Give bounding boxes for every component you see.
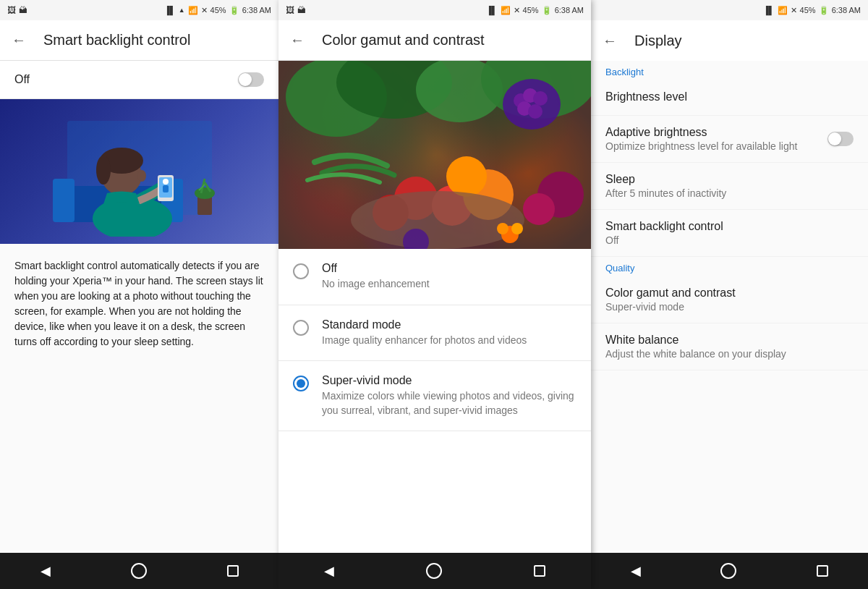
option-off-text: Off No image enhancement [322, 262, 430, 292]
battery-text-center: 45% [523, 6, 539, 14]
svg-point-17 [96, 156, 111, 185]
person-phone-svg [46, 106, 234, 237]
veggie-svg [278, 61, 591, 249]
nav-home-center[interactable] [426, 563, 442, 579]
nav-home-left[interactable] [131, 563, 147, 579]
toggle-row-backlight: Off [0, 61, 278, 99]
nav-recents-right[interactable] [817, 565, 828, 577]
nav-back-center[interactable]: ◀ [324, 563, 334, 579]
settings-color-gamut[interactable]: Color gamut and contrast Super-vivid mod… [591, 276, 868, 323]
battery-text: 45% [210, 6, 226, 14]
backlight-illustration [0, 99, 278, 244]
nav-home-right[interactable] [720, 563, 736, 579]
brightness-title: Brightness level [605, 90, 854, 103]
smart-backlight-title: Smart backlight control [605, 220, 854, 233]
page-title-display: Display [634, 33, 682, 49]
nav-recents-center[interactable] [534, 565, 545, 577]
vibrate-icon-right: ▐▌ [763, 6, 775, 14]
nav-recents-left[interactable] [227, 565, 239, 577]
svg-point-36 [523, 193, 555, 225]
settings-white-balance[interactable]: White balance Adjust the white balance o… [591, 323, 868, 370]
nav-bar-left: ◀ [0, 553, 278, 589]
panel-color-gamut: 🖼 🏔 ▐▌ 📶 ✕ 45% 🔋 6:38 AM ← Color gamut a… [278, 0, 591, 589]
svg-point-13 [163, 179, 169, 185]
svg-rect-14 [163, 185, 169, 192]
app-bar-backlight: ← Smart backlight control [0, 20, 278, 61]
mountain-icon-center: 🏔 [297, 5, 306, 15]
settings-sleep[interactable]: Sleep After 5 minutes of inactivity [591, 163, 868, 210]
photo-icon-center: 🖼 [286, 5, 294, 15]
nav-bar-right: ◀ [591, 553, 868, 589]
option-standard-text: Standard mode Image quality enhancer for… [322, 318, 527, 348]
nav-back-right[interactable]: ◀ [631, 563, 641, 579]
battery-icon-right: 🔋 [819, 6, 829, 15]
settings-scroll: Backlight Brightness level Adaptive brig… [591, 61, 868, 553]
svg-point-18 [137, 170, 146, 182]
signal-up-icon: ▲ [179, 7, 185, 14]
option-standard-title: Standard mode [322, 318, 527, 331]
wifi-icon: 📶 [188, 6, 198, 15]
white-balance-sub: Adjust the white balance on your display [605, 348, 854, 360]
radio-standard[interactable] [293, 320, 309, 336]
svg-point-39 [497, 223, 509, 234]
app-bar-display: ← Display [591, 20, 868, 61]
page-title-backlight: Smart backlight control [43, 32, 190, 48]
sleep-title: Sleep [605, 173, 854, 186]
vibrate-icon: ▐▌ [164, 6, 176, 14]
option-super-vivid[interactable]: Super-vivid mode Maximize colors while v… [278, 361, 591, 431]
battery-text-right: 45% [800, 6, 816, 14]
svg-point-34 [446, 156, 487, 197]
option-super-vivid-desc: Maximize colors while viewing photos and… [322, 389, 576, 418]
white-balance-title: White balance [605, 334, 854, 347]
back-button-center[interactable]: ← [290, 32, 305, 48]
back-button-right[interactable]: ← [603, 33, 617, 49]
toggle-label-off: Off [14, 73, 30, 86]
svg-point-6 [195, 187, 215, 199]
svg-point-40 [511, 223, 523, 234]
option-off-desc: No image enhancement [322, 277, 430, 292]
status-bar-right: ▐▌ 📶 ✕ 45% 🔋 6:38 AM [591, 0, 868, 20]
page-title-color-gamut: Color gamut and contrast [322, 32, 485, 48]
settings-smart-backlight[interactable]: Smart backlight control Off [591, 210, 868, 257]
panel-smart-backlight: 🖼 🏔 ▐▌ ▲ 📶 ✕ 45% 🔋 6:38 AM ← Smart backl… [0, 0, 278, 589]
settings-brightness[interactable]: Brightness level [591, 80, 868, 116]
svg-rect-3 [53, 179, 75, 222]
toggle-switch-backlight[interactable] [238, 72, 264, 87]
mountain-icon: 🏔 [19, 5, 27, 15]
status-bar-center: 🖼 🏔 ▐▌ 📶 ✕ 45% 🔋 6:38 AM [278, 0, 591, 20]
svg-point-24 [503, 79, 561, 130]
option-super-vivid-text: Super-vivid mode Maximize colors while v… [322, 374, 576, 418]
no-sim-icon: ✕ [201, 6, 208, 15]
photo-icon: 🖼 [7, 5, 16, 15]
radio-off[interactable] [293, 263, 309, 279]
app-bar-color-gamut: ← Color gamut and contrast [278, 20, 591, 61]
wifi-icon-right: 📶 [778, 6, 788, 15]
option-off-title: Off [322, 262, 430, 275]
smart-backlight-sub: Off [605, 234, 854, 246]
svg-point-29 [528, 104, 542, 119]
time-display: 6:38 AM [242, 6, 271, 14]
nav-back-left[interactable]: ◀ [41, 563, 51, 579]
radio-super-vivid[interactable] [293, 376, 309, 391]
back-button-left[interactable]: ← [12, 32, 26, 48]
toggle-adaptive-brightness[interactable] [827, 132, 854, 146]
no-sim-icon-right: ✕ [791, 6, 797, 15]
options-list: Off No image enhancement Standard mode I… [278, 249, 591, 553]
option-standard[interactable]: Standard mode Image quality enhancer for… [278, 305, 591, 362]
nav-bar-center: ◀ [278, 553, 591, 589]
wifi-icon-center: 📶 [501, 6, 511, 15]
option-standard-desc: Image quality enhancer for photos and vi… [322, 334, 527, 348]
svg-point-37 [351, 191, 524, 249]
adaptive-brightness-sub: Optimize brightness level for available … [605, 140, 827, 152]
section-label-quality: Quality [591, 257, 868, 276]
no-sim-icon-center: ✕ [514, 6, 520, 15]
battery-icon: 🔋 [229, 6, 239, 15]
option-off[interactable]: Off No image enhancement [278, 249, 591, 305]
sleep-sub: After 5 minutes of inactivity [605, 187, 854, 199]
option-super-vivid-title: Super-vivid mode [322, 374, 576, 387]
status-bar-left: 🖼 🏔 ▐▌ ▲ 📶 ✕ 45% 🔋 6:38 AM [0, 0, 278, 20]
battery-icon-center: 🔋 [542, 6, 552, 15]
adaptive-brightness-title: Adaptive brightness [605, 126, 827, 139]
settings-adaptive-brightness[interactable]: Adaptive brightness Optimize brightness … [591, 116, 868, 163]
time-right: 6:38 AM [832, 6, 861, 14]
